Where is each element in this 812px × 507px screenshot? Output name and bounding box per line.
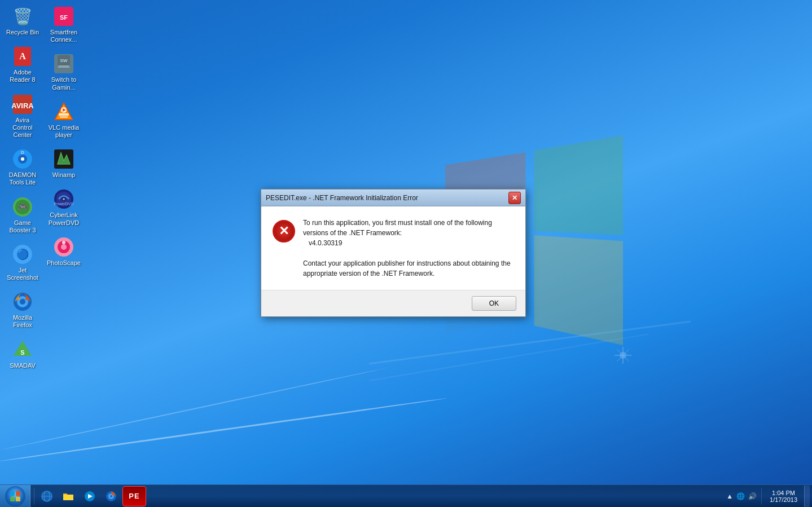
tray-network-icon[interactable]: 🌐 — [735, 491, 746, 501]
svg-point-41 — [63, 198, 65, 200]
start-orb-icon — [5, 486, 25, 506]
desktop-icon-switch-gaming[interactable]: SW Switch to Gamin... — [44, 50, 84, 93]
game-booster-label: Game Booster 3 — [5, 219, 40, 234]
game-booster-icon: 🎮 — [11, 196, 34, 218]
cyberlink-label: CyberLink PowerDVD — [46, 211, 81, 226]
recycle-bin-label: Recycle Bin — [6, 29, 39, 36]
switch-gaming-icon: SW — [52, 52, 75, 75]
svg-rect-47 — [10, 491, 15, 496]
error-icon: ✕ — [273, 220, 295, 243]
svg-text:SW: SW — [60, 58, 68, 63]
desktop-icon-smartfren[interactable]: SF Smartfren Connex... — [44, 3, 84, 46]
svg-text:PowerDVD: PowerDVD — [54, 202, 74, 206]
svg-text:🔵: 🔵 — [16, 248, 29, 261]
desktop-icon-firefox[interactable]: Mozilla Firefox — [3, 288, 42, 331]
tray-volume-icon[interactable]: 🔊 — [747, 491, 758, 501]
dialog-close-button[interactable]: ✕ — [508, 192, 521, 204]
svg-text:D: D — [21, 150, 24, 155]
winamp-label: Winamp — [52, 171, 75, 179]
recycle-bin-icon: 🗑️ — [11, 5, 34, 28]
dialog-version: v4.0.30319 — [309, 238, 511, 248]
jet-screenshot-label: Jet Screenshot — [5, 267, 40, 281]
svg-point-45 — [61, 244, 67, 250]
svg-point-59 — [110, 495, 112, 497]
taskbar-media-player[interactable] — [80, 486, 100, 506]
system-tray: ▲ 🌐 🔊 — [725, 491, 758, 501]
svg-point-13 — [21, 157, 24, 161]
desktop-icon-cyberlink[interactable]: PowerDVD CyberLink PowerDVD — [44, 186, 84, 228]
svg-rect-33 — [59, 113, 69, 116]
taskbar-divider-2 — [761, 488, 762, 505]
jet-screenshot-icon: 🔵 — [11, 243, 34, 266]
svg-text:A: A — [19, 51, 26, 61]
desktop-icon-column-2: SF Smartfren Connex... SW Switch to Gami… — [44, 3, 84, 269]
svg-point-54 — [42, 491, 52, 501]
svg-line-0 — [369, 321, 691, 364]
smartfren-label: Smartfren Connex... — [46, 29, 81, 43]
error-dialog: PESEDIT.exe - .NET Framework Initializat… — [261, 189, 526, 317]
svg-text:SF: SF — [60, 14, 68, 21]
desktop-icon-winamp[interactable]: Winamp — [44, 146, 84, 181]
decorative-curve-1 — [0, 398, 447, 462]
tray-arrow-icon[interactable]: ▲ — [725, 491, 734, 501]
svg-text:S: S — [20, 349, 24, 356]
svg-rect-48 — [16, 491, 20, 496]
taskbar-pesedit[interactable]: PE — [122, 486, 146, 506]
desktop: 🗑️ Recycle Bin A Adobe Reader 8 AVIRA Av… — [0, 0, 812, 507]
dialog-titlebar: PESEDIT.exe - .NET Framework Initializat… — [261, 189, 525, 206]
avira-icon: AVIRA — [11, 93, 34, 116]
dialog-message: To run this application, you first must … — [303, 218, 511, 279]
pesedit-label: PE — [129, 492, 139, 500]
desktop-icon-recycle-bin[interactable]: 🗑️ Recycle Bin — [3, 3, 42, 38]
desktop-icon-jet-screenshot[interactable]: 🔵 Jet Screenshot — [3, 241, 42, 284]
firefox-icon — [11, 290, 34, 313]
desktop-icon-vlc[interactable]: VLC media player — [44, 98, 84, 141]
desktop-icon-adobe-reader[interactable]: A Adobe Reader 8 — [3, 43, 42, 86]
clock-date: 1/17/2013 — [770, 496, 797, 503]
vlc-icon — [52, 100, 75, 123]
switch-gaming-label: Switch to Gamin... — [46, 76, 81, 91]
svg-text:AVIRA: AVIRA — [12, 102, 33, 110]
start-button[interactable] — [0, 485, 30, 508]
smartfren-icon: SF — [52, 5, 75, 28]
taskbar-divider-1 — [34, 488, 34, 505]
svg-point-22 — [20, 299, 25, 305]
cyberlink-icon: PowerDVD — [52, 188, 75, 210]
svg-rect-49 — [10, 497, 15, 501]
desktop-icon-column-1: 🗑️ Recycle Bin A Adobe Reader 8 AVIRA Av… — [3, 3, 42, 372]
desktop-icon-avira[interactable]: AVIRA Avira Control Center — [3, 91, 42, 142]
svg-rect-34 — [60, 116, 68, 118]
dialog-title: PESEDIT.exe - .NET Framework Initializat… — [266, 194, 418, 202]
vlc-label: VLC media player — [46, 124, 81, 139]
avira-label: Avira Control Center — [5, 117, 40, 139]
dialog-message-line4: appropriate version of the .NET Framewor… — [303, 270, 434, 277]
dialog-message-line3: Contact your application publisher for i… — [303, 259, 511, 267]
desktop-icon-smadav[interactable]: S SMADAV — [3, 336, 42, 372]
daemon-tools-icon: D — [11, 148, 34, 170]
adobe-reader-label: Adobe Reader 8 — [5, 69, 40, 83]
dialog-message-line2: versions of the .NET Framework: — [303, 229, 402, 237]
decorative-curve-2 — [0, 367, 387, 450]
dialog-ok-button[interactable]: OK — [472, 296, 516, 311]
firefox-label: Mozilla Firefox — [5, 314, 40, 329]
adobe-reader-icon: A — [11, 45, 34, 68]
svg-rect-37 — [54, 149, 73, 169]
photoscape-icon — [52, 236, 75, 258]
smadav-icon: S — [11, 338, 34, 361]
winamp-icon — [52, 148, 75, 170]
desktop-icon-photoscape[interactable]: PhotoScape — [44, 233, 84, 269]
desktop-icon-game-booster[interactable]: 🎮 Game Booster 3 — [3, 193, 42, 236]
smadav-label: SMADAV — [10, 362, 36, 369]
show-desktop-button[interactable] — [804, 486, 810, 507]
dialog-body: ✕ To run this application, you first mus… — [261, 206, 525, 290]
system-clock[interactable]: 1:04 PM 1/17/2013 — [765, 488, 802, 504]
dialog-footer: OK — [261, 290, 525, 316]
svg-text:🎮: 🎮 — [18, 202, 28, 212]
taskbar: PE ▲ 🌐 🔊 1:04 PM 1/17/2013 — [0, 484, 812, 507]
taskbar-firefox[interactable] — [101, 486, 121, 506]
taskbar-folder[interactable] — [58, 486, 78, 506]
svg-rect-50 — [16, 497, 20, 501]
taskbar-ie[interactable] — [37, 486, 57, 506]
desktop-icon-daemon-tools[interactable]: D DAEMON Tools Lite — [3, 146, 42, 188]
taskbar-items: PE — [30, 486, 148, 506]
